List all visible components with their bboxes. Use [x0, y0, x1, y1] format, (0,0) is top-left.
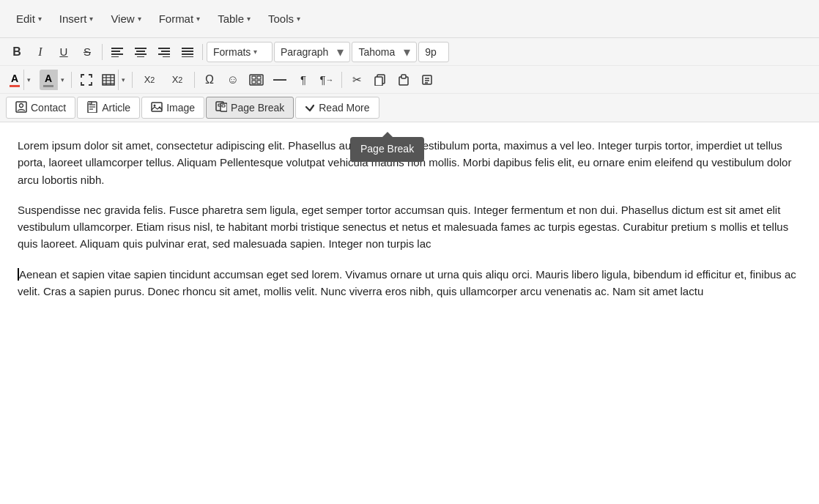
menu-tools[interactable]: Tools ▾ — [261, 8, 308, 29]
highlight-underline — [43, 85, 53, 87]
menu-bar: Edit ▾ Insert ▾ View ▾ Format ▾ Table ▾ … — [0, 0, 819, 38]
svg-rect-28 — [375, 77, 382, 86]
underline-button[interactable]: U — [53, 42, 75, 62]
paragraph-dropdown[interactable]: Paragraph ▾ — [274, 42, 350, 62]
fullscreen-button[interactable] — [75, 70, 97, 90]
image-button[interactable]: Image — [141, 97, 204, 119]
tooltip-box: Page Break — [350, 137, 424, 162]
menu-tools-arrow: ▾ — [297, 15, 300, 23]
svg-rect-25 — [252, 81, 256, 84]
menu-table[interactable]: Table ▾ — [210, 8, 258, 29]
menu-insert[interactable]: Insert ▾ — [52, 8, 101, 29]
strikethrough-button[interactable]: S — [76, 42, 98, 62]
separator-4 — [132, 72, 133, 88]
svg-rect-42 — [152, 103, 162, 111]
superscript-button[interactable]: X2 — [164, 70, 190, 90]
formats-arrow: ▾ — [253, 48, 257, 56]
page-break-button[interactable]: Page Break — [206, 97, 294, 119]
menu-format[interactable]: Format ▾ — [152, 8, 208, 29]
svg-rect-24 — [257, 76, 261, 79]
menu-view-arrow: ▾ — [138, 15, 141, 23]
toolbar-row-3: Contact Article — [0, 94, 819, 122]
editor-paragraph-3: Aenean et sapien vitae sapien tincidunt … — [18, 266, 801, 300]
highlight-arrow[interactable]: ▾ — [57, 70, 67, 90]
toolbar-row-1: B I U S Formats ▾ Paragraph ▾ Tahoma ▾ — [0, 38, 819, 66]
emoji-button[interactable]: ☺ — [222, 70, 244, 90]
image-icon — [151, 101, 163, 115]
table-icon — [102, 74, 115, 86]
paste-text-button[interactable] — [416, 70, 438, 90]
font-color-arrow[interactable]: ▾ — [23, 70, 34, 90]
svg-rect-30 — [401, 75, 406, 78]
table-button[interactable] — [99, 70, 118, 90]
paste-button[interactable] — [393, 70, 415, 90]
italic-button[interactable]: I — [29, 42, 51, 62]
paste-text-icon — [421, 74, 433, 86]
table-arrow[interactable]: ▾ — [118, 70, 128, 90]
direction-ltr-button[interactable]: ¶→ — [316, 70, 338, 90]
align-center-button[interactable] — [130, 42, 152, 62]
highlight-button[interactable]: A — [40, 70, 57, 90]
fullscreen-icon — [81, 74, 92, 86]
separator-5 — [194, 72, 195, 88]
read-more-icon — [305, 102, 315, 114]
menu-edit[interactable]: Edit ▾ — [9, 8, 49, 29]
page-break-icon — [215, 101, 227, 115]
font-dropdown[interactable]: Tahoma ▾ — [352, 42, 417, 62]
separator-1 — [102, 44, 103, 60]
menu-format-arrow: ▾ — [196, 15, 200, 23]
contact-icon — [15, 101, 27, 115]
justify-icon — [182, 47, 193, 57]
paste-icon — [398, 74, 410, 86]
svg-point-36 — [20, 103, 23, 107]
copy-icon — [374, 74, 386, 86]
svg-rect-23 — [252, 76, 256, 79]
highlight-color-group: A ▾ — [40, 70, 67, 90]
align-center-icon — [135, 47, 147, 57]
size-dropdown[interactable]: 9p — [418, 42, 449, 62]
align-right-icon — [158, 47, 170, 57]
media-button[interactable] — [245, 70, 267, 90]
cut-button[interactable]: ✂ — [346, 70, 368, 90]
svg-point-43 — [154, 104, 156, 106]
font-color-group: A ▾ — [6, 70, 34, 90]
article-button[interactable]: Article — [77, 97, 140, 119]
menu-edit-arrow: ▾ — [38, 15, 42, 23]
table-group: ▾ — [99, 70, 128, 90]
align-left-icon — [111, 47, 123, 57]
subscript-button[interactable]: X2 — [136, 70, 163, 90]
article-icon — [86, 101, 98, 115]
menu-view[interactable]: View ▾ — [103, 8, 148, 29]
media-icon — [249, 74, 264, 86]
font-arrow: ▾ — [404, 44, 410, 60]
align-left-button[interactable] — [106, 42, 128, 62]
read-more-button[interactable]: Read More — [295, 97, 379, 119]
bold-button[interactable]: B — [6, 42, 28, 62]
font-color-underline — [10, 85, 20, 87]
toolbar-row-2: A ▾ A ▾ — [0, 66, 819, 94]
separator-3 — [71, 72, 72, 88]
separator-2 — [202, 44, 203, 60]
special-char-button[interactable]: Ω — [199, 70, 220, 90]
tooltip-container: Page Break — [350, 137, 424, 162]
show-blocks-button[interactable]: ¶ — [292, 70, 314, 90]
copy-button[interactable] — [369, 70, 391, 90]
menu-insert-arrow: ▾ — [89, 15, 93, 23]
hr-button[interactable]: — — [269, 70, 291, 90]
editor-area[interactable]: Page Break Lorem ipsum dolor sit amet, c… — [0, 122, 819, 504]
separator-6 — [341, 72, 342, 88]
menu-table-arrow: ▾ — [247, 15, 251, 23]
editor-paragraph-2: Suspendisse nec gravida felis. Fusce pha… — [18, 201, 801, 253]
font-color-button[interactable]: A — [6, 70, 23, 90]
svg-rect-26 — [257, 81, 261, 84]
paragraph-arrow: ▾ — [337, 44, 344, 60]
formats-dropdown[interactable]: Formats ▾ — [207, 42, 273, 62]
contact-button[interactable]: Contact — [6, 97, 75, 119]
align-right-button[interactable] — [153, 42, 175, 62]
toolbar: B I U S Formats ▾ Paragraph ▾ Tahoma ▾ — [0, 38, 819, 122]
justify-button[interactable] — [177, 42, 199, 62]
